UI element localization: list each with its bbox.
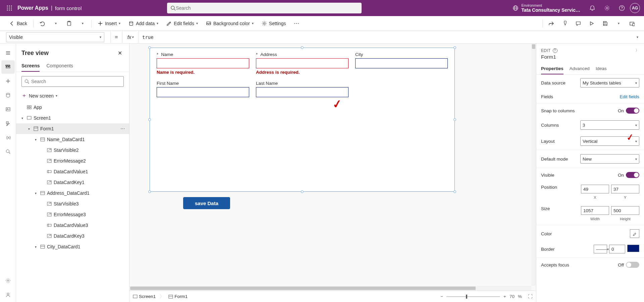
tree-item-form1[interactable]: ▾Form1⋯ (16, 123, 129, 134)
comments-button[interactable] (572, 17, 584, 29)
horizontal-scrollbar[interactable] (129, 286, 531, 291)
vertical-scrollbar[interactable] (531, 44, 536, 286)
resize-handle[interactable] (148, 46, 151, 49)
close-icon[interactable]: ✕ (116, 49, 124, 57)
edit-fields-link[interactable]: Edit fields (620, 94, 639, 99)
collapse-panel-button[interactable]: 〉 (635, 48, 639, 53)
new-screen-button[interactable]: ＋ New screen ▾ (16, 91, 129, 102)
prop-position-x[interactable]: 49 (581, 185, 609, 193)
prop-size-height[interactable]: 500 (611, 206, 639, 215)
prop-position-y[interactable]: 37 (611, 185, 639, 193)
resize-handle[interactable] (301, 190, 304, 193)
formula-input[interactable]: true (139, 35, 631, 40)
zoom-slider[interactable] (446, 296, 500, 297)
more-icon[interactable]: ⋯ (120, 126, 125, 131)
prop-color-picker-button[interactable] (630, 229, 639, 238)
resize-handle[interactable] (453, 118, 456, 121)
field-input[interactable] (256, 58, 348, 68)
brand-name[interactable]: Power Apps (17, 5, 48, 11)
formula-expand-button[interactable]: ▾ (631, 35, 644, 39)
tree-item-datacardkey1[interactable]: DataCardKey1 (16, 177, 129, 188)
tree-search-input[interactable] (31, 79, 121, 84)
info-icon[interactable]: ? (553, 48, 557, 53)
breadcrumb-form[interactable]: Form1 (168, 294, 187, 299)
tree-item-city-datacard1[interactable]: ▾City_DataCard1 (16, 241, 129, 252)
prop-columns-dropdown[interactable]: 3▾ (580, 120, 639, 130)
tree-item-app[interactable]: App (16, 102, 129, 113)
rail-insert-icon[interactable] (1, 74, 15, 88)
prop-border-width[interactable]: 0 (609, 245, 625, 253)
share-button[interactable] (545, 17, 557, 29)
prop-size-width[interactable]: 1057 (581, 206, 609, 215)
field-input[interactable] (256, 87, 348, 97)
settings-icon[interactable] (600, 1, 614, 15)
undo-dropdown[interactable]: ▾ (50, 17, 62, 29)
tree-item-name-datacard1[interactable]: ▾Name_DataCard1 (16, 134, 129, 145)
undo-button[interactable] (36, 17, 48, 29)
prop-data-source-dropdown[interactable]: My Students tables▾ (580, 78, 639, 87)
prop-border-color[interactable] (627, 245, 639, 252)
tree-search[interactable] (21, 76, 124, 87)
resize-handle[interactable] (301, 46, 304, 49)
rail-data-icon[interactable] (1, 88, 15, 102)
tab-screens[interactable]: Screens (21, 60, 40, 72)
tree-item-datacardvalue3[interactable]: DataCardValue3 (16, 220, 129, 231)
prop-default-mode-dropdown[interactable]: New▾ (580, 154, 639, 164)
resize-handle[interactable] (453, 190, 456, 193)
preview-button[interactable] (586, 17, 598, 29)
prop-visible-toggle[interactable] (626, 172, 639, 178)
help-icon[interactable] (615, 1, 629, 15)
chevron-down-icon[interactable]: ▾ (35, 191, 40, 195)
tree-item-errormessage3[interactable]: ErrorMessage3 (16, 209, 129, 220)
field-input[interactable] (157, 58, 249, 68)
tab-ideas[interactable]: Ideas (596, 63, 607, 74)
field-input[interactable] (355, 58, 448, 68)
rail-media-icon[interactable] (1, 103, 15, 116)
notifications-icon[interactable] (586, 1, 599, 15)
add-data-button[interactable]: Add data▾ (125, 19, 162, 28)
tab-components[interactable]: Components (46, 60, 73, 72)
save-data-button[interactable]: save Data (183, 197, 230, 209)
prop-snap-toggle[interactable] (626, 108, 639, 114)
rail-virtual-agent-icon[interactable] (1, 288, 15, 301)
environment-picker[interactable]: Environment Tata Consultancy Servic… (508, 3, 584, 13)
chevron-down-icon[interactable]: ▾ (21, 116, 26, 120)
save-button[interactable] (599, 17, 611, 29)
app-launcher-icon[interactable] (4, 3, 15, 13)
resize-handle[interactable] (453, 46, 456, 49)
chevron-down-icon[interactable]: ▾ (35, 138, 40, 141)
property-selector[interactable]: Visible▾ (0, 31, 111, 44)
rail-hamburger-icon[interactable] (1, 46, 15, 60)
tree-item-datacardkey3[interactable]: DataCardKey3 (16, 231, 129, 241)
publish-button[interactable] (626, 17, 638, 29)
user-avatar[interactable]: AG (630, 3, 640, 13)
field-input[interactable] (157, 87, 249, 97)
fit-to-window-button[interactable]: ⛶ (528, 294, 533, 299)
fx-button[interactable]: fx▾ (122, 31, 139, 43)
zoom-out-button[interactable]: − (440, 294, 443, 299)
rail-settings-icon[interactable] (1, 274, 15, 287)
chevron-down-icon[interactable]: ▾ (28, 127, 33, 131)
global-search[interactable] (167, 3, 362, 13)
overflow-button[interactable]: ⋯ (290, 17, 303, 29)
prop-border-style[interactable]: ———▾ (594, 245, 607, 253)
background-color-button[interactable]: Background color▾ (203, 19, 257, 28)
search-input[interactable] (176, 5, 358, 11)
canvas[interactable]: *NameName is required.*AddressAddress is… (129, 44, 536, 302)
save-dropdown[interactable]: ▾ (612, 17, 625, 29)
app-checker-button[interactable] (559, 17, 571, 29)
rail-variables-icon[interactable]: {x} (1, 131, 15, 144)
prop-accepts-focus-toggle[interactable] (626, 262, 639, 268)
rail-power-automate-icon[interactable] (1, 117, 15, 130)
tree-item-starvisible3[interactable]: StarVisible3 (16, 198, 129, 209)
tab-advanced[interactable]: Advanced (570, 63, 590, 74)
zoom-in-button[interactable]: + (503, 294, 506, 299)
chevron-down-icon[interactable]: ▾ (35, 245, 40, 249)
settings-button[interactable]: Settings (258, 19, 289, 28)
tree-item-starvisible2[interactable]: StarVisible2 (16, 145, 129, 156)
resize-handle[interactable] (148, 190, 151, 193)
edit-fields-button[interactable]: Edit fields▾ (163, 19, 201, 28)
tree-item-screen1[interactable]: ▾Screen1 (16, 113, 129, 123)
paste-button[interactable] (63, 17, 75, 29)
resize-handle[interactable] (148, 118, 151, 121)
